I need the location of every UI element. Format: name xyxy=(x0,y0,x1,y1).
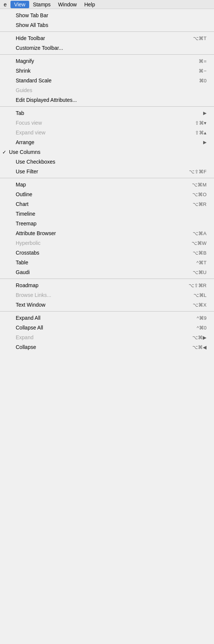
menu-item-hyperbolic: Hyperbolic ⌥⌘W xyxy=(0,238,214,248)
menu-item-shrink[interactable]: Shrink ⌘− xyxy=(0,66,214,76)
menu-item-table[interactable]: Table ^⌘T xyxy=(0,258,214,267)
menu-item-customize-toolbar[interactable]: Customize Toolbar... xyxy=(0,43,214,53)
menu-item-show-all-tabs[interactable]: Show All Tabs xyxy=(0,20,214,30)
menu-item-standard-scale[interactable]: Standard Scale ⌘0 xyxy=(0,76,214,85)
separator-5 xyxy=(0,279,214,279)
menu-bar-item-view[interactable]: View xyxy=(10,1,29,8)
menu-item-roadmap[interactable]: Roadmap ⌥⇧⌘R xyxy=(0,280,214,290)
menu-item-use-filter[interactable]: Use Filter ⌥⇧⌘F xyxy=(0,167,214,176)
menu-item-arrange[interactable]: Arrange ▶ xyxy=(0,137,214,147)
menu-item-collapse-all[interactable]: Collapse All ^⌘0 xyxy=(0,323,214,332)
menu-bar-item-stamps[interactable]: Stamps xyxy=(29,1,54,8)
menu-item-expand-view: Expand view ⇧⌘▴ xyxy=(0,128,214,137)
separator-4 xyxy=(0,178,214,178)
menu-item-guides: Guides xyxy=(0,85,214,95)
menu-item-crosstabs[interactable]: Crosstabs ⌥⌘B xyxy=(0,248,214,258)
menu-item-timeline[interactable]: Timeline xyxy=(0,209,214,219)
menu-bar: e View Stamps Window Help xyxy=(0,0,214,9)
checkmark-use-columns: ✓ xyxy=(2,149,9,155)
dropdown-menu: Show Tab Bar Show All Tabs Hide Toolbar … xyxy=(0,9,214,353)
menu-bar-item-help[interactable]: Help xyxy=(80,1,99,8)
menu-bar-item-window[interactable]: Window xyxy=(54,1,80,8)
menu-item-browse-links: Browse Links... ⌥⌘L xyxy=(0,290,214,300)
menu-item-use-columns[interactable]: ✓ Use Columns xyxy=(0,147,214,157)
menu-item-treemap[interactable]: Treemap xyxy=(0,219,214,228)
menu-item-attribute-browser[interactable]: Attribute Browser ⌥⌘A xyxy=(0,228,214,238)
menu-item-map[interactable]: Map ⌥⌘M xyxy=(0,180,214,189)
separator-2 xyxy=(0,54,214,55)
menu-item-chart[interactable]: Chart ⌥⌘R xyxy=(0,199,214,209)
menu-item-gaudi[interactable]: Gaudi ⌥⌘U xyxy=(0,267,214,277)
menu-item-edit-displayed-attributes[interactable]: Edit Displayed Attributes... xyxy=(0,95,214,105)
menu-item-tab[interactable]: Tab ▶ xyxy=(0,108,214,118)
separator-3 xyxy=(0,106,214,107)
menu-item-show-tab-bar[interactable]: Show Tab Bar xyxy=(0,10,214,20)
menu-item-collapse[interactable]: Collapse ⌥⌘◀ xyxy=(0,342,214,352)
menu-item-hide-toolbar[interactable]: Hide Toolbar ⌥⌘T xyxy=(0,33,214,43)
menu-item-outline[interactable]: Outline ⌥⌘O xyxy=(0,189,214,199)
menu-item-focus-view: Focus view ⇧⌘▾ xyxy=(0,118,214,128)
menu-item-use-checkboxes[interactable]: Use Checkboxes xyxy=(0,157,214,167)
menu-item-text-window[interactable]: Text Window ⌥⌘X xyxy=(0,300,214,310)
menu-item-expand: Expand ⌥⌘▶ xyxy=(0,332,214,342)
menu-item-magnify[interactable]: Magnify ⌘= xyxy=(0,56,214,66)
separator-1 xyxy=(0,31,214,32)
menu-item-expand-all[interactable]: Expand All ^⌘9 xyxy=(0,313,214,323)
separator-6 xyxy=(0,311,214,312)
menu-bar-item-app[interactable]: e xyxy=(0,1,10,8)
